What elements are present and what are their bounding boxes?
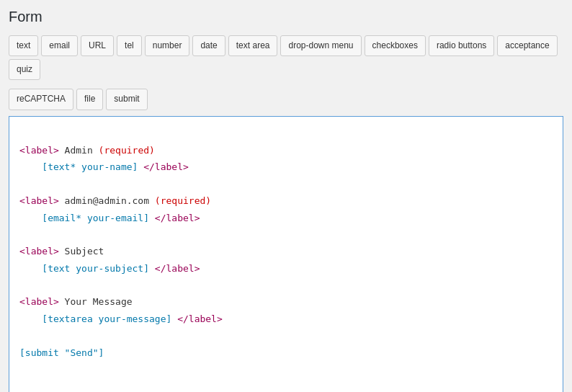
form-editor[interactable]: <label> Admin (required) [text* your-nam… — [9, 116, 563, 392]
tag-label-4: <label> — [19, 296, 59, 307]
toolbar-btn-textarea[interactable]: text area — [228, 35, 278, 56]
label-text-1: Admin — [59, 145, 99, 156]
tag-label-close-1: </label> — [143, 161, 189, 172]
toolbar-btn-dropdown[interactable]: drop-down menu — [280, 35, 361, 56]
toolbar-btn-date[interactable]: date — [192, 35, 225, 56]
label-text-3: Subject — [59, 246, 104, 257]
tag-label-close-3: </label> — [155, 263, 200, 274]
toolbar-btn-url[interactable]: URL — [81, 35, 114, 56]
shortcode-text: [text* your-name] — [42, 161, 138, 172]
toolbar-btn-email[interactable]: email — [41, 35, 78, 56]
label-value-2: admin@admin.com — [59, 195, 149, 206]
toolbar-row-2: reCAPTCHAfilesubmit — [9, 86, 148, 112]
shortcode-subject: [text your-subject] — [42, 263, 149, 274]
toolbar-btn-quiz[interactable]: quiz — [9, 59, 40, 80]
toolbar-btn-number[interactable]: number — [145, 35, 190, 56]
editor-content: <label> Admin (required) [text* your-nam… — [19, 125, 553, 378]
tag-label-close-4: </label> — [177, 313, 223, 324]
tag-label-1: <label> — [19, 145, 59, 156]
toolbar-btn-checkboxes[interactable]: checkboxes — [365, 35, 426, 56]
toolbar-row-1: textemailURLtelnumberdatetext areadrop-d… — [9, 32, 563, 83]
required-1: (required) — [99, 145, 155, 156]
tag-label-3: <label> — [19, 246, 59, 257]
shortcode-message: [textarea your-message] — [42, 313, 171, 324]
tag-label-close-2: </label> — [155, 213, 200, 223]
toolbar-btn-text[interactable]: text — [9, 35, 38, 56]
toolbar-btn-acceptance[interactable]: acceptance — [497, 35, 557, 56]
toolbar-btn-submit[interactable]: submit — [106, 89, 147, 110]
toolbar-btn-tel[interactable]: tel — [117, 35, 142, 56]
shortcode-submit: [submit "Send"] — [19, 347, 104, 358]
label-text-4: Your Message — [59, 296, 133, 307]
tag-label-2: <label> — [19, 195, 59, 206]
shortcode-email: [email* your-email] — [42, 213, 149, 223]
page-title: Form — [9, 9, 563, 25]
toolbar-btn-recaptcha[interactable]: reCAPTCHA — [9, 89, 73, 110]
required-2: (required) — [149, 195, 211, 206]
toolbar: textemailURLtelnumberdatetext areadrop-d… — [9, 32, 563, 113]
toolbar-btn-file[interactable]: file — [76, 89, 103, 110]
toolbar-btn-radio[interactable]: radio buttons — [429, 35, 494, 56]
